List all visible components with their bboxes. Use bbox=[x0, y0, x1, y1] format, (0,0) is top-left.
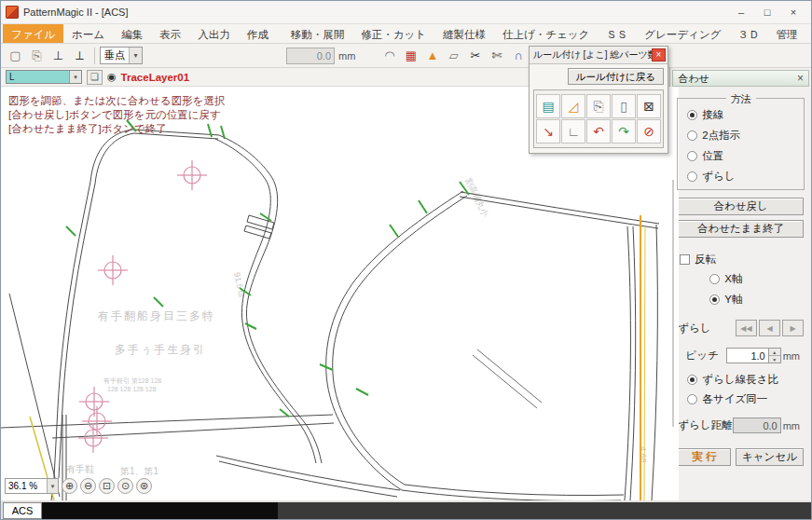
zoom-level-combo[interactable]: 36.1 % ▾ bbox=[5, 478, 59, 494]
cone-marker-icon[interactable]: ▲ bbox=[422, 46, 442, 65]
radio-icon[interactable] bbox=[687, 110, 697, 120]
radio-icon[interactable] bbox=[687, 151, 697, 161]
annotation-label: 第1、第1 bbox=[120, 466, 159, 476]
pattern-piece-icon[interactable]: ▱ bbox=[444, 46, 463, 65]
radio-icon[interactable] bbox=[687, 130, 697, 141]
tab-edit[interactable]: 編集 bbox=[113, 24, 151, 43]
chevron-down-icon[interactable]: ▾ bbox=[69, 71, 81, 83]
method-option-two-points[interactable]: 2点指示 bbox=[687, 129, 794, 143]
zoom-in-icon[interactable]: ⊕ bbox=[62, 478, 77, 494]
tab-io[interactable]: 入出力 bbox=[189, 24, 239, 43]
zoom-fit-icon[interactable]: ⊙ bbox=[117, 478, 133, 494]
perpendicular-line-icon[interactable]: ⟂ bbox=[70, 46, 89, 65]
prev-step-button[interactable]: ◀ bbox=[759, 320, 780, 336]
tab-management[interactable]: 管理 bbox=[767, 24, 805, 43]
tab-create[interactable]: 作成 bbox=[239, 24, 277, 43]
layer-palette-button[interactable]: ❏ bbox=[87, 70, 103, 85]
method-option-position[interactable]: 位置 bbox=[687, 149, 794, 163]
tab-help[interactable]: ヘルプ bbox=[805, 24, 812, 43]
ratio-option-line-length[interactable]: ずらし線長さ比 bbox=[687, 373, 802, 387]
tab-file[interactable]: ファイル bbox=[3, 24, 63, 43]
flip-checkbox-row[interactable]: 反転 bbox=[680, 253, 802, 267]
rule-palette-buttons: ルール付けに戻る bbox=[530, 64, 667, 88]
execute-button[interactable]: 実 行 bbox=[678, 448, 731, 466]
corner-tool-icon[interactable]: ∟ bbox=[561, 119, 585, 144]
radio-icon[interactable] bbox=[709, 294, 720, 305]
new-document-icon[interactable]: ▢ bbox=[6, 46, 25, 65]
keep-aligned-exit-button[interactable]: 合わせたまま終了 bbox=[678, 220, 804, 238]
cancel-button[interactable]: キャンセル bbox=[736, 448, 804, 466]
chevron-down-icon[interactable]: ▾ bbox=[129, 48, 142, 63]
method-option-shift[interactable]: ずらし bbox=[687, 170, 794, 184]
move-diagonal-icon[interactable]: ↘ bbox=[536, 119, 560, 144]
maximize-button[interactable]: □ bbox=[754, 3, 780, 21]
tab-sewing-spec[interactable]: 縫製仕様 bbox=[434, 24, 494, 43]
minimize-button[interactable]: – bbox=[728, 3, 754, 21]
tab-finish-check[interactable]: 仕上げ・チェック bbox=[494, 24, 598, 43]
spinner-down-icon[interactable]: ▼ bbox=[769, 355, 780, 363]
next-step-button[interactable]: ▶ bbox=[782, 320, 804, 336]
perpendicular-foot-icon[interactable]: ⊥ bbox=[48, 46, 68, 65]
rule-palette-title: ルール付け [よこ] 総パーツ数：27 bbox=[533, 48, 652, 62]
status-bar: ACS bbox=[1, 500, 811, 520]
magnet-icon[interactable]: ∩ bbox=[508, 46, 528, 65]
tab-modify-cut[interactable]: 修正・カット bbox=[352, 24, 434, 43]
axis-option-y[interactable]: Y軸 bbox=[709, 293, 807, 307]
chevron-down-icon[interactable]: ▾ bbox=[47, 479, 58, 493]
app-icon bbox=[6, 6, 19, 19]
layered-pattern-icon[interactable]: ▤ bbox=[536, 94, 560, 118]
pitch-spinner[interactable]: ▲ ▼ bbox=[769, 348, 781, 363]
tab-3d[interactable]: ３Ｄ bbox=[729, 24, 767, 43]
import-document-icon[interactable]: ⎘ bbox=[27, 46, 47, 65]
radio-icon[interactable] bbox=[687, 171, 697, 182]
pitch-input[interactable]: 1.0 bbox=[726, 348, 769, 363]
prohibited-icon[interactable]: ⊘ bbox=[637, 119, 661, 144]
undo-icon[interactable]: ↶ bbox=[586, 119, 611, 144]
radio-icon[interactable] bbox=[687, 375, 697, 385]
tab-grading[interactable]: グレーディング bbox=[636, 24, 729, 43]
spinner-up-icon[interactable]: ▲ bbox=[769, 349, 780, 355]
page-icon[interactable]: ▯ bbox=[612, 94, 636, 118]
cutter-icon[interactable]: ✄ bbox=[487, 46, 506, 65]
method-group: 方法 接線 2点指示 位置 ずらし bbox=[677, 98, 805, 190]
radio-icon[interactable] bbox=[709, 274, 720, 284]
layer-color-combo[interactable]: L ▾ bbox=[6, 70, 82, 84]
scissors-icon[interactable]: ✂ bbox=[465, 46, 485, 65]
vertex-mode-label: 垂点 bbox=[101, 48, 129, 62]
shift-distance-input[interactable]: 0.0 bbox=[733, 417, 781, 433]
arc-tool-icon[interactable]: ◠ bbox=[379, 46, 399, 65]
tab-view[interactable]: 表示 bbox=[151, 24, 189, 43]
zoom-all-icon[interactable]: ⊛ bbox=[136, 478, 152, 494]
close-icon[interactable]: × bbox=[652, 48, 666, 62]
eye-icon[interactable]: ◉ bbox=[107, 71, 117, 83]
tab-home[interactable]: ホーム bbox=[63, 24, 113, 43]
tab-move-expand[interactable]: 移動・展開 bbox=[282, 24, 353, 43]
rule-palette: ルール付け [よこ] 総パーツ数：27 × ルール付けに戻る ▤ ◿ ⎘ ▯ ⊠… bbox=[529, 46, 668, 154]
grid-table-icon[interactable]: ▦ bbox=[401, 46, 420, 65]
align-reset-button[interactable]: 合わせ戻し bbox=[678, 198, 804, 215]
back-to-rules-button[interactable]: ルール付けに戻る bbox=[568, 68, 664, 85]
close-button[interactable]: × bbox=[780, 3, 806, 21]
shift-nav-row: ずらし ◀◀ ◀ ▶ bbox=[678, 320, 804, 336]
method-option-tangent[interactable]: 接線 bbox=[687, 108, 794, 122]
zoom-out-icon[interactable]: ⊖ bbox=[80, 478, 96, 494]
length-input[interactable]: 0.0 bbox=[286, 48, 335, 64]
align-panel-title: 合わせ bbox=[678, 72, 709, 86]
app-window: PatternMagic II - [ACS] – □ × ファイル ホーム 編… bbox=[0, 0, 812, 520]
vertex-mode-combo[interactable]: 垂点 ▾ bbox=[100, 47, 143, 64]
radio-icon[interactable] bbox=[687, 394, 697, 404]
sheet-tab-acs[interactable]: ACS bbox=[3, 502, 42, 519]
zoom-window-icon[interactable]: ⊡ bbox=[99, 478, 115, 494]
annotation-label: 多手ぅ手生身引 bbox=[115, 343, 206, 356]
first-step-button[interactable]: ◀◀ bbox=[736, 320, 757, 336]
ratio-option-same-size[interactable]: 各サイズ同一 bbox=[687, 392, 802, 406]
pitch-label: ピッチ bbox=[685, 349, 725, 363]
copy-piece-icon[interactable]: ⎘ bbox=[586, 94, 611, 118]
close-icon[interactable]: × bbox=[797, 72, 804, 85]
redo-icon[interactable]: ↷ bbox=[612, 119, 636, 144]
checkbox-icon[interactable] bbox=[680, 254, 690, 265]
set-square-icon[interactable]: ◿ bbox=[561, 94, 585, 118]
axis-option-x[interactable]: X軸 bbox=[709, 272, 807, 286]
tab-ss[interactable]: ＳＳ bbox=[598, 24, 636, 43]
mail-blocked-icon[interactable]: ⊠ bbox=[637, 94, 661, 118]
